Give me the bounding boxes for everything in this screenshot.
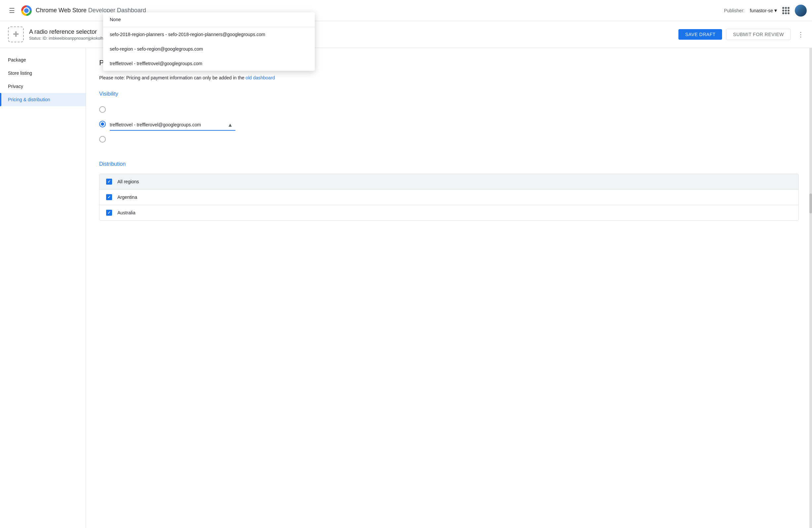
- scrollbar[interactable]: [809, 48, 812, 528]
- old-dashboard-link[interactable]: old dashboard: [246, 75, 275, 81]
- radio-circle-trusted[interactable]: [99, 121, 106, 127]
- nav-right: Publisher: funastor-se ▾: [724, 5, 807, 16]
- publisher-name[interactable]: funastor-se ▾: [750, 7, 777, 14]
- publisher-label: Publisher:: [724, 8, 744, 13]
- note-box: Please note: Pricing and payment informa…: [99, 75, 799, 81]
- sidebar-item-package[interactable]: Package: [0, 53, 86, 67]
- distribution-list: All regions Argentina Australia: [99, 174, 799, 221]
- apps-grid-icon[interactable]: [782, 7, 789, 14]
- chrome-logo: [21, 5, 32, 16]
- avatar[interactable]: [795, 5, 807, 16]
- sidebar-item-label: Store listing: [8, 70, 32, 76]
- radio-circle-public[interactable]: [99, 106, 106, 113]
- dist-row-argentina: Argentina: [100, 189, 798, 205]
- submit-for-review-button[interactable]: SUBMIT FOR REVIEW: [726, 29, 791, 40]
- select-display[interactable]: treffletrovel - trefflerovel@googlegroup…: [110, 119, 235, 131]
- visibility-title: Visibility: [99, 91, 799, 97]
- more-options-icon[interactable]: ⋮: [797, 30, 804, 38]
- chevron-down-icon: ▾: [774, 7, 777, 14]
- sidebar-item-store-listing[interactable]: Store listing: [0, 67, 86, 80]
- dist-row-australia: Australia: [100, 205, 798, 220]
- save-draft-button[interactable]: SAVE DRAFT: [679, 29, 722, 40]
- main-layout: Package Store listing Privacy Pricing & …: [0, 48, 812, 528]
- radio-item-public[interactable]: [99, 103, 799, 115]
- dist-label-australia: Australia: [117, 210, 135, 215]
- extension-actions: SAVE DRAFT SUBMIT FOR REVIEW ⋮: [679, 29, 804, 40]
- sidebar-item-label: Package: [8, 57, 26, 62]
- select-current-value: treffletrovel - trefflerovel@googlegroup…: [110, 122, 201, 127]
- checkbox-australia[interactable]: [106, 210, 112, 216]
- sidebar: Package Store listing Privacy Pricing & …: [0, 48, 86, 528]
- extension-icon: ✚: [8, 27, 24, 42]
- dist-label-argentina: Argentina: [117, 195, 137, 200]
- radio-circle-unlisted[interactable]: [99, 136, 106, 143]
- dropdown-option-sefo-region[interactable]: sefo-region - sefo-region@googlegroups.c…: [103, 42, 315, 56]
- distribution-section: Distribution All regions Argentina Austr…: [99, 161, 799, 221]
- checkbox-all-regions[interactable]: [106, 179, 112, 185]
- distribution-title: Distribution: [99, 161, 799, 167]
- radio-item-unlisted[interactable]: [99, 133, 799, 145]
- scrollbar-thumb[interactable]: [809, 194, 812, 213]
- dropdown-option-sefo-2018[interactable]: sefo-2018-region-planners - sefo-2018-re…: [103, 27, 315, 42]
- visibility-select[interactable]: treffletrovel - trefflerovel@googlegroup…: [110, 119, 235, 131]
- dropdown-popup: None sefo-2018-region-planners - sefo-20…: [103, 12, 315, 71]
- dropdown-option-treffletrovel[interactable]: treffletrovel - treffletrovel@googlegrou…: [103, 56, 315, 71]
- radio-item-trusted-testers[interactable]: None sefo-2018-region-planners - sefo-20…: [99, 115, 799, 133]
- dist-row-all-regions: All regions: [100, 174, 798, 189]
- menu-icon[interactable]: ☰: [5, 4, 18, 17]
- checkbox-argentina[interactable]: [106, 194, 112, 200]
- sidebar-item-privacy[interactable]: Privacy: [0, 80, 86, 93]
- dist-label-all-regions: All regions: [117, 179, 139, 184]
- main-content: Pricing & Distribution Please note: Pric…: [86, 48, 812, 528]
- visibility-radio-group: None sefo-2018-region-planners - sefo-20…: [99, 103, 799, 145]
- sidebar-item-label: Pricing & distribution: [8, 97, 50, 102]
- sidebar-item-pricing-distribution[interactable]: Pricing & distribution: [0, 93, 86, 106]
- sidebar-item-label: Privacy: [8, 84, 23, 89]
- dropdown-option-none[interactable]: None: [103, 12, 315, 27]
